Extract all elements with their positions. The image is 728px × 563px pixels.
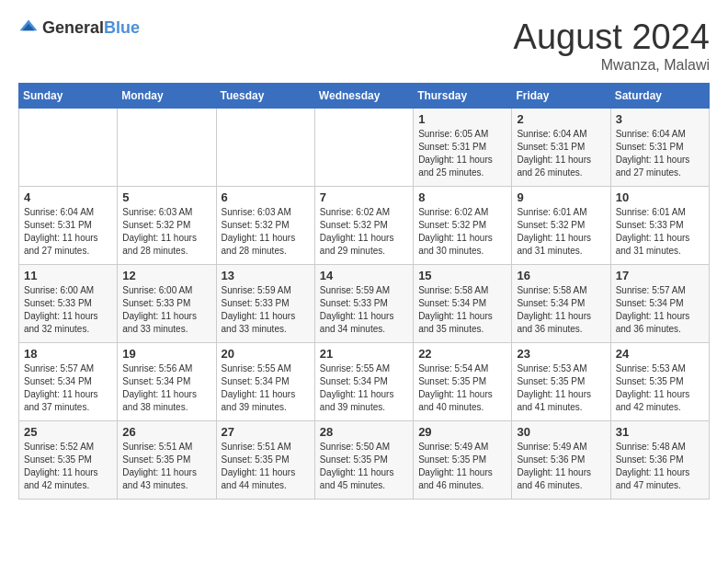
table-row: 30 Sunrise: 5:49 AM Sunset: 5:36 PM Dayl… [512,420,610,499]
daylight-text: Daylight: 11 hours and 28 minutes. [222,233,296,256]
day-number: 12 [122,269,210,282]
table-row: 14 Sunrise: 5:59 AM Sunset: 5:33 PM Dayl… [314,264,413,342]
table-row: 6 Sunrise: 6:03 AM Sunset: 5:32 PM Dayli… [216,186,314,264]
sunrise-text: Sunrise: 5:59 AM [222,285,291,295]
daylight-text: Daylight: 11 hours and 40 minutes. [418,389,493,412]
daylight-text: Daylight: 11 hours and 39 minutes. [320,389,394,412]
day-number: 20 [222,347,310,361]
table-row: 29 Sunrise: 5:49 AM Sunset: 5:35 PM Dayl… [414,420,512,499]
cell-info: Sunrise: 6:01 AM Sunset: 5:33 PM Dayligh… [616,206,704,258]
table-row: 4 Sunrise: 6:04 AM Sunset: 5:31 PM Dayli… [19,186,118,264]
day-number: 29 [418,425,506,439]
table-row [19,108,118,186]
sunset-text: Sunset: 5:31 PM [616,142,684,152]
logo: GeneralBlue [18,18,140,39]
cell-info: Sunrise: 5:55 AM Sunset: 5:34 PM Dayligh… [320,362,408,414]
sunrise-text: Sunrise: 6:04 AM [517,129,586,139]
table-row: 28 Sunrise: 5:50 AM Sunset: 5:35 PM Dayl… [314,420,413,499]
header-sunday: Sunday [19,83,118,108]
day-number: 8 [418,190,506,204]
sunrise-text: Sunrise: 5:55 AM [222,363,291,373]
sunrise-text: Sunrise: 6:00 AM [122,285,192,295]
header-wednesday: Wednesday [314,83,413,108]
calendar-table: Sunday Monday Tuesday Wednesday Thursday… [18,83,710,500]
calendar-week-row: 1 Sunrise: 6:05 AM Sunset: 5:31 PM Dayli… [19,108,710,186]
cell-info: Sunrise: 5:51 AM Sunset: 5:35 PM Dayligh… [122,441,210,492]
daylight-text: Daylight: 11 hours and 33 minutes. [122,311,197,334]
sunrise-text: Sunrise: 5:48 AM [616,442,686,452]
sunset-text: Sunset: 5:36 PM [616,454,684,465]
day-number: 18 [24,347,112,361]
sunrise-text: Sunrise: 5:57 AM [24,363,94,373]
table-row: 24 Sunrise: 5:53 AM Sunset: 5:35 PM Dayl… [610,342,709,420]
daylight-text: Daylight: 11 hours and 43 minutes. [122,467,197,490]
sunset-text: Sunset: 5:33 PM [122,298,190,308]
day-number: 3 [616,112,704,126]
cell-info: Sunrise: 5:59 AM Sunset: 5:33 PM Dayligh… [222,284,310,336]
day-number: 9 [517,190,605,204]
sunset-text: Sunset: 5:35 PM [122,454,190,465]
daylight-text: Daylight: 11 hours and 25 minutes. [418,155,493,178]
sunrise-text: Sunrise: 6:01 AM [517,207,586,217]
table-row [314,108,413,186]
table-row [216,108,314,186]
day-number: 22 [418,347,506,361]
daylight-text: Daylight: 11 hours and 42 minutes. [24,467,98,490]
sunset-text: Sunset: 5:35 PM [616,376,684,386]
sunset-text: Sunset: 5:33 PM [222,298,290,308]
daylight-text: Daylight: 11 hours and 33 minutes. [222,311,296,334]
cell-info: Sunrise: 5:52 AM Sunset: 5:35 PM Dayligh… [24,441,112,492]
cell-info: Sunrise: 6:00 AM Sunset: 5:33 PM Dayligh… [122,284,210,336]
calendar-header-row: Sunday Monday Tuesday Wednesday Thursday… [19,83,710,108]
table-row: 22 Sunrise: 5:54 AM Sunset: 5:35 PM Dayl… [414,342,512,420]
cell-info: Sunrise: 5:49 AM Sunset: 5:36 PM Dayligh… [517,441,605,492]
day-number: 17 [616,269,704,282]
daylight-text: Daylight: 11 hours and 27 minutes. [24,233,98,256]
daylight-text: Daylight: 11 hours and 29 minutes. [320,233,394,256]
table-row: 13 Sunrise: 5:59 AM Sunset: 5:33 PM Dayl… [216,264,314,342]
cell-info: Sunrise: 6:04 AM Sunset: 5:31 PM Dayligh… [616,128,704,179]
sunrise-text: Sunrise: 6:02 AM [320,207,390,217]
sunrise-text: Sunrise: 5:57 AM [616,285,686,295]
sunset-text: Sunset: 5:35 PM [418,376,486,386]
sunset-text: Sunset: 5:35 PM [222,454,290,465]
cell-info: Sunrise: 6:03 AM Sunset: 5:32 PM Dayligh… [222,206,310,258]
daylight-text: Daylight: 11 hours and 44 minutes. [222,467,296,490]
daylight-text: Daylight: 11 hours and 28 minutes. [122,233,197,256]
table-row: 12 Sunrise: 6:00 AM Sunset: 5:33 PM Dayl… [118,264,216,342]
sunrise-text: Sunrise: 6:04 AM [616,129,686,139]
table-row [118,108,216,186]
daylight-text: Daylight: 11 hours and 39 minutes. [222,389,296,412]
sunset-text: Sunset: 5:32 PM [222,220,290,230]
sunrise-text: Sunrise: 5:55 AM [320,363,390,373]
header-saturday: Saturday [610,83,709,108]
title-block: August 2024 Mwanza, Malawi [514,18,710,74]
daylight-text: Daylight: 11 hours and 42 minutes. [616,389,690,412]
daylight-text: Daylight: 11 hours and 32 minutes. [24,311,98,334]
location: Mwanza, Malawi [514,57,710,74]
day-number: 27 [222,425,310,439]
table-row: 7 Sunrise: 6:02 AM Sunset: 5:32 PM Dayli… [314,186,413,264]
month-title: August 2024 [514,18,710,57]
table-row: 15 Sunrise: 5:58 AM Sunset: 5:34 PM Dayl… [414,264,512,342]
cell-info: Sunrise: 5:51 AM Sunset: 5:35 PM Dayligh… [222,441,310,492]
sunrise-text: Sunrise: 6:03 AM [222,207,291,217]
sunset-text: Sunset: 5:32 PM [122,220,190,230]
cell-info: Sunrise: 5:57 AM Sunset: 5:34 PM Dayligh… [24,362,112,414]
day-number: 5 [122,190,210,204]
table-row: 10 Sunrise: 6:01 AM Sunset: 5:33 PM Dayl… [610,186,709,264]
sunset-text: Sunset: 5:34 PM [320,376,388,386]
table-row: 25 Sunrise: 5:52 AM Sunset: 5:35 PM Dayl… [19,420,118,499]
sunset-text: Sunset: 5:32 PM [418,220,486,230]
sunrise-text: Sunrise: 5:52 AM [24,442,94,452]
cell-info: Sunrise: 5:56 AM Sunset: 5:34 PM Dayligh… [122,362,210,414]
sunrise-text: Sunrise: 5:59 AM [320,285,390,295]
day-number: 19 [122,347,210,361]
sunrise-text: Sunrise: 5:58 AM [418,285,488,295]
cell-info: Sunrise: 6:02 AM Sunset: 5:32 PM Dayligh… [418,206,506,258]
sunrise-text: Sunrise: 5:53 AM [616,363,686,373]
day-number: 21 [320,347,408,361]
daylight-text: Daylight: 11 hours and 38 minutes. [122,389,197,412]
daylight-text: Daylight: 11 hours and 46 minutes. [418,467,493,490]
sunrise-text: Sunrise: 5:49 AM [517,442,586,452]
